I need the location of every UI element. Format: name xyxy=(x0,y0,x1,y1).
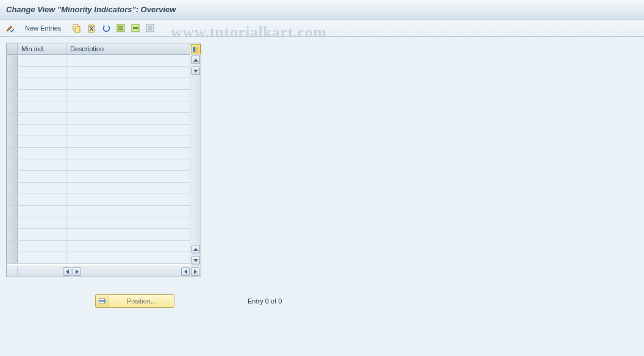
position-label: Position... xyxy=(109,297,174,305)
cell-description[interactable] xyxy=(66,78,190,89)
scroll-right-end-button[interactable] xyxy=(191,267,199,276)
chevron-up-icon xyxy=(193,248,198,251)
row-selector[interactable] xyxy=(7,101,18,112)
svg-rect-6 xyxy=(118,29,123,31)
row-selector[interactable] xyxy=(7,90,18,101)
select-block-button[interactable] xyxy=(129,22,142,34)
row-selector[interactable] xyxy=(7,136,18,147)
cell-description[interactable] xyxy=(66,194,190,205)
application-toolbar: New Entries xyxy=(0,20,644,37)
delete-button[interactable] xyxy=(85,22,98,34)
cell-description[interactable] xyxy=(66,159,190,170)
cell-description[interactable] xyxy=(66,217,190,228)
horizontal-scrollbar[interactable] xyxy=(7,266,201,277)
chevron-left-icon xyxy=(184,269,187,274)
cell-description[interactable] xyxy=(66,136,190,147)
cell-min-ind[interactable] xyxy=(18,78,66,89)
cell-description[interactable] xyxy=(66,55,190,66)
scroll-up-bottom-button[interactable] xyxy=(191,245,200,253)
cell-min-ind[interactable] xyxy=(18,206,66,217)
position-button[interactable]: Position... xyxy=(95,294,174,308)
row-selector[interactable] xyxy=(7,78,18,89)
scroll-up-button[interactable] xyxy=(191,56,200,64)
svg-rect-16 xyxy=(99,300,104,302)
row-selector[interactable] xyxy=(7,183,18,194)
vertical-scrollbar[interactable] xyxy=(190,43,201,266)
cell-description[interactable] xyxy=(66,171,190,182)
scroll-left-end-button[interactable] xyxy=(181,267,190,276)
cell-min-ind[interactable] xyxy=(18,252,66,263)
cell-description[interactable] xyxy=(66,90,190,101)
table-row xyxy=(7,206,190,217)
cell-min-ind[interactable] xyxy=(18,217,66,228)
svg-rect-10 xyxy=(148,26,152,27)
svg-rect-11 xyxy=(148,27,152,29)
copy-as-button[interactable] xyxy=(70,22,84,34)
row-selector[interactable] xyxy=(7,171,18,182)
position-icon xyxy=(98,297,107,305)
select-all-button[interactable] xyxy=(114,22,127,34)
row-selector[interactable] xyxy=(7,241,18,252)
row-selector[interactable] xyxy=(7,194,18,205)
cell-min-ind[interactable] xyxy=(18,55,66,66)
cell-description[interactable] xyxy=(66,113,190,124)
scroll-down-button[interactable] xyxy=(191,67,200,75)
column-header-min-ind[interactable]: Min.ind. xyxy=(18,43,66,54)
svg-rect-5 xyxy=(118,27,123,29)
row-selector[interactable] xyxy=(7,67,18,78)
row-selector[interactable] xyxy=(7,125,18,136)
cell-min-ind[interactable] xyxy=(18,148,66,159)
toggle-change-button[interactable] xyxy=(4,22,17,34)
delete-icon xyxy=(87,23,96,33)
cell-description[interactable] xyxy=(66,206,190,217)
scroll-right-button[interactable] xyxy=(73,267,81,276)
row-selector[interactable] xyxy=(7,229,18,240)
cell-description[interactable] xyxy=(66,67,190,78)
scroll-left-button[interactable] xyxy=(63,267,71,276)
table-row xyxy=(7,252,190,264)
scroll-down-bottom-button[interactable] xyxy=(191,256,200,264)
cell-min-ind[interactable] xyxy=(18,171,66,182)
row-selector[interactable] xyxy=(7,217,18,228)
table-row xyxy=(7,136,190,148)
cell-min-ind[interactable] xyxy=(18,113,66,124)
row-selector[interactable] xyxy=(7,252,18,263)
cell-min-ind[interactable] xyxy=(18,229,66,240)
undo-change-button[interactable] xyxy=(99,22,113,34)
cell-description[interactable] xyxy=(66,241,190,252)
column-header-description[interactable]: Description xyxy=(66,43,190,54)
row-selector[interactable] xyxy=(7,148,18,159)
cell-description[interactable] xyxy=(66,125,190,136)
entry-count-text: Entry 0 of 0 xyxy=(248,297,282,305)
cell-description[interactable] xyxy=(66,229,190,240)
cell-min-ind[interactable] xyxy=(18,125,66,136)
cell-min-ind[interactable] xyxy=(18,67,66,78)
row-selector[interactable] xyxy=(7,159,18,170)
table-row xyxy=(7,217,190,229)
table-config-icon xyxy=(192,46,199,53)
table-settings-button[interactable] xyxy=(191,44,201,54)
chevron-right-icon xyxy=(194,269,197,274)
cell-min-ind[interactable] xyxy=(18,136,66,147)
row-selector[interactable] xyxy=(7,113,18,124)
page-title: Change View "Minority Indicators": Overv… xyxy=(6,5,176,14)
row-selector[interactable] xyxy=(7,55,18,66)
cell-min-ind[interactable] xyxy=(18,194,66,205)
table-row xyxy=(7,55,190,67)
table-select-all-header[interactable] xyxy=(7,43,18,54)
table-row xyxy=(7,125,190,136)
cell-description[interactable] xyxy=(66,101,190,112)
table-row xyxy=(7,90,190,101)
cell-min-ind[interactable] xyxy=(18,90,66,101)
cell-description[interactable] xyxy=(66,252,190,263)
deselect-all-button[interactable] xyxy=(143,22,157,34)
cell-min-ind[interactable] xyxy=(18,101,66,112)
position-icon-wrap xyxy=(96,295,109,307)
new-entries-button[interactable]: New Entries xyxy=(20,22,66,34)
cell-description[interactable] xyxy=(66,148,190,159)
cell-min-ind[interactable] xyxy=(18,241,66,252)
cell-min-ind[interactable] xyxy=(18,183,66,194)
cell-description[interactable] xyxy=(66,183,190,194)
cell-min-ind[interactable] xyxy=(18,159,66,170)
row-selector[interactable] xyxy=(7,206,18,217)
